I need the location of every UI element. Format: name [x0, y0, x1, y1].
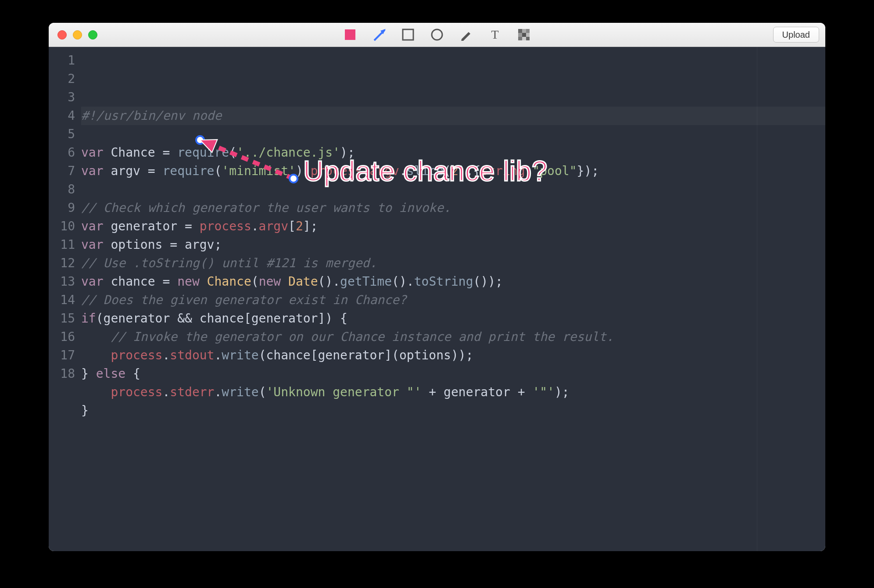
pencil-icon[interactable]: [459, 28, 473, 41]
token: "pool": [532, 162, 577, 180]
code-line[interactable]: // Check which generator the user wants …: [81, 199, 825, 217]
token: write: [222, 346, 258, 365]
code-line[interactable]: } else {: [81, 365, 825, 383]
token: chance[generator]) {: [200, 309, 347, 328]
token: chance: [111, 272, 162, 291]
token: '"': [532, 383, 555, 402]
token: {: [133, 365, 140, 383]
margin-rule: [757, 47, 757, 551]
minimize-icon[interactable]: [73, 30, 82, 39]
code-line[interactable]: [81, 125, 825, 143]
token: Chance: [111, 143, 162, 162]
token: argv: [111, 162, 147, 180]
token: else: [96, 365, 133, 383]
token: [81, 383, 111, 402]
zoom-icon[interactable]: [88, 30, 97, 39]
token: // Check which generator the user wants …: [81, 199, 451, 217]
token: (: [444, 162, 451, 180]
svg-rect-3: [403, 29, 413, 40]
code-line[interactable]: }: [81, 402, 825, 420]
token: [81, 346, 111, 365]
token: .: [251, 217, 259, 236]
token: ());: [473, 272, 503, 291]
svg-rect-8: [518, 33, 522, 37]
token: .: [399, 162, 407, 180]
token: stdout: [170, 346, 214, 365]
token: write: [222, 383, 258, 402]
token: ];: [303, 217, 318, 236]
token: 2: [296, 217, 303, 236]
line-gutter: 123456789101112131415161718: [49, 47, 81, 551]
svg-rect-10: [526, 33, 530, 37]
code-line[interactable]: var options = argv;: [81, 236, 825, 254]
token: argv: [370, 162, 399, 180]
code-line[interactable]: #!/usr/bin/env node: [81, 107, 825, 125]
line-number: 1: [49, 51, 75, 70]
token: [81, 328, 111, 346]
line-number: 5: [49, 125, 75, 143]
token: require: [162, 162, 214, 180]
code-line[interactable]: var chance = new Chance(new Date().getTi…: [81, 272, 825, 291]
code-line[interactable]: process.stdout.write(chance[generator](o…: [81, 346, 825, 365]
text-icon[interactable]: T: [488, 28, 501, 41]
line-number: 13: [49, 272, 75, 291]
code-line[interactable]: // Use .toString() until #121 is merged.: [81, 254, 825, 272]
code-line[interactable]: process.stderr.write('Unknown generator …: [81, 383, 825, 402]
arrow-icon[interactable]: [373, 28, 386, 41]
token: :: [525, 162, 533, 180]
close-icon[interactable]: [57, 30, 67, 39]
token: (: [214, 162, 222, 180]
svg-rect-12: [522, 37, 526, 40]
stage: T Upload 123456789101112131415161718 #!/…: [0, 0, 874, 588]
line-number: 7: [49, 162, 75, 180]
token: (: [251, 272, 259, 291]
traffic-lights: [57, 30, 97, 39]
token: }: [81, 402, 89, 420]
pixelate-icon[interactable]: [517, 28, 530, 41]
line-number: 6: [49, 143, 75, 162]
token: (: [259, 383, 266, 402]
token: slice: [407, 162, 444, 180]
code-line[interactable]: var argv = require('minimist')(process.a…: [81, 162, 825, 180]
token: argv;: [185, 236, 222, 254]
token: process: [200, 217, 251, 236]
token: =: [170, 236, 185, 254]
code-line[interactable]: // Invoke the generator on our Chance in…: [81, 328, 825, 346]
token: 'Unknown generator "': [266, 383, 421, 402]
line-number: 9: [49, 199, 75, 217]
code-line[interactable]: if(generator && chance[generator]) {: [81, 309, 825, 328]
svg-rect-0: [345, 29, 355, 40]
rect-icon[interactable]: [401, 28, 415, 41]
token: );: [555, 383, 570, 402]
svg-rect-9: [522, 33, 526, 37]
token: new: [177, 272, 207, 291]
token: argv: [259, 217, 288, 236]
code-area[interactable]: #!/usr/bin/env nodevar Chance = require(…: [81, 47, 825, 551]
token: + generator +: [422, 383, 533, 402]
line-number: 18: [49, 365, 75, 383]
line-number: 2: [49, 70, 75, 88]
svg-rect-7: [526, 29, 530, 33]
token: .: [162, 346, 170, 365]
token: ),{: [458, 162, 481, 180]
token: var: [81, 217, 111, 236]
circle-icon[interactable]: [430, 28, 444, 41]
line-number: 14: [49, 291, 75, 309]
line-number: 11: [49, 236, 75, 254]
token: process: [111, 346, 162, 365]
code-line[interactable]: // Does the given generator exist in Cha…: [81, 291, 825, 309]
code-line[interactable]: var generator = process.argv[2];: [81, 217, 825, 236]
token: toString: [414, 272, 473, 291]
token: // Does the given generator exist in Cha…: [81, 291, 407, 309]
code-editor[interactable]: 123456789101112131415161718 #!/usr/bin/e…: [49, 47, 825, 551]
line-number: 16: [49, 328, 75, 346]
code-line[interactable]: [81, 180, 825, 199]
filled-square-icon[interactable]: [344, 28, 357, 41]
token: require: [177, 143, 229, 162]
token: =: [148, 162, 163, 180]
upload-button[interactable]: Upload: [773, 27, 819, 43]
token: =: [162, 272, 177, 291]
code-line[interactable]: [81, 420, 825, 438]
code-line[interactable]: var Chance = require('../chance.js');: [81, 143, 825, 162]
token: var: [81, 272, 111, 291]
